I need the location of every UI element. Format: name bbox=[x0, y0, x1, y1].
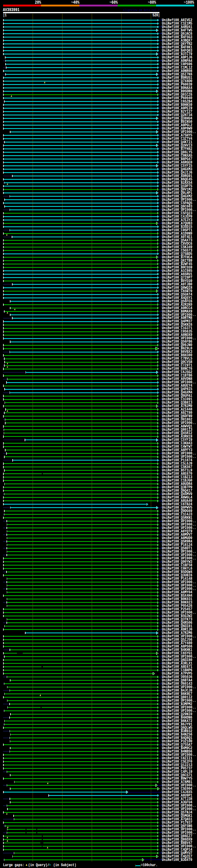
svg-text:AV393991: AV393991 bbox=[3, 7, 20, 12]
svg-text:20%: 20% bbox=[35, 0, 41, 5]
svg-text:AlignView.pm Beta rel.7: AlignView.pm Beta rel.7 bbox=[123, 8, 160, 12]
svg-text:528|: 528| bbox=[153, 13, 160, 17]
svg-text:|1: |1 bbox=[3, 13, 7, 17]
svg-text:Large gaps: (in Query)/ (in: Large gaps: (in Query)/ (in Subject) bbox=[3, 863, 76, 867]
svg-text:~100%: ~100% bbox=[184, 0, 194, 5]
svg-text:~40%: ~40% bbox=[71, 0, 79, 5]
svg-text:~60%: ~60% bbox=[109, 0, 118, 5]
svg-text:~80%: ~80% bbox=[148, 0, 156, 5]
svg-text:=100char.: =100char. bbox=[141, 863, 158, 867]
svg-text:UniRef100_B3G4T0: UniRef100_B3G4T0 bbox=[162, 858, 192, 862]
